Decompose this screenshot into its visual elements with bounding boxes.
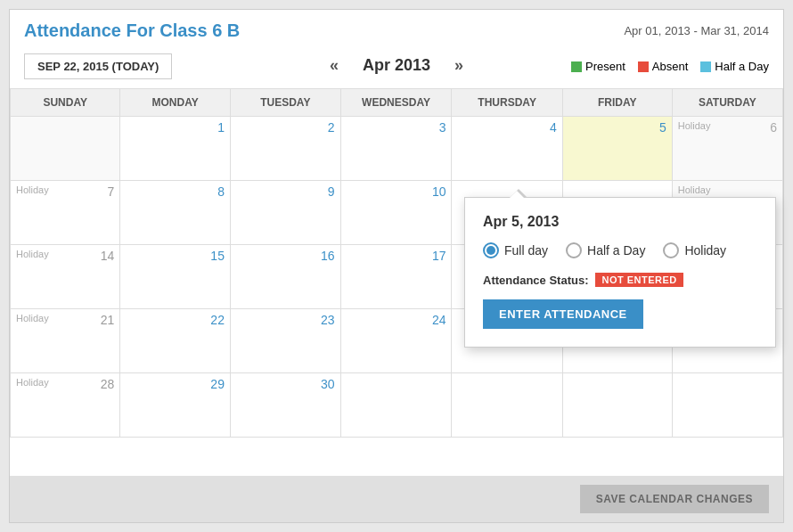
cell-8[interactable]: 8 [120,181,231,245]
half-a-day-label: Half a Day [587,243,645,258]
cell-3[interactable]: 3 [340,117,452,181]
cell-22[interactable]: 22 [120,309,231,373]
next-month-button[interactable]: » [454,56,463,75]
cell-7[interactable]: Holiday 7 [11,181,120,245]
cell-empty-1 [340,373,452,438]
month-label: Apr 2013 [347,56,446,75]
absent-label: Absent [652,60,688,73]
option-half-day[interactable]: Half a Day [566,242,645,258]
holiday-option-label: Holiday [684,243,726,258]
cell-6[interactable]: Holiday 6 [672,117,782,181]
cell-23[interactable]: 23 [230,309,340,373]
cell-empty-3 [562,373,672,438]
cell-15[interactable]: 15 [120,245,231,309]
col-wednesday: WEDNESDAY [340,89,452,117]
table-row: 1 2 3 4 5 Holiday 6 [11,117,783,181]
full-day-label: Full day [504,243,548,258]
col-friday: FRIDAY [562,89,672,117]
attendance-status-row: Attendance Status: NOT ENTERED [483,273,757,287]
status-badge: NOT ENTERED [595,273,683,287]
prev-month-button[interactable]: « [330,56,339,75]
table-row: Holiday 28 29 30 [11,373,783,438]
month-nav: « Apr 2013 » [330,56,463,75]
legend: Present Absent Half a Day [571,60,769,73]
cell-5[interactable]: 5 [562,117,672,181]
popup-arrow-inner [509,191,525,199]
bottom-bar: SAVE CALENDAR CHANGES [10,476,783,522]
cell-4[interactable]: 4 [452,117,562,181]
save-calendar-button[interactable]: SAVE CALENDAR CHANGES [580,485,769,513]
present-label: Present [585,60,625,73]
main-container: Attendance For Class 6 B Apr 01, 2013 - … [9,9,784,523]
col-saturday: SATURDAY [672,89,782,117]
cell-2[interactable]: 2 [230,117,340,181]
cell-14[interactable]: Holiday 14 [11,245,120,309]
cell-empty-2 [452,373,562,438]
legend-half-day: Half a Day [700,60,769,73]
radio-holiday[interactable] [663,242,679,258]
radio-full-day[interactable] [483,242,499,258]
calendar-header-row: SUNDAY MONDAY TUESDAY WEDNESDAY THURSDAY… [11,89,783,117]
present-dot [571,61,582,72]
cell-29[interactable]: 29 [120,373,231,438]
option-full-day[interactable]: Full day [483,242,548,258]
col-tuesday: TUESDAY [230,89,340,117]
popup-date: Apr 5, 2013 [483,214,757,230]
option-holiday[interactable]: Holiday [663,242,726,258]
cell-17[interactable]: 17 [340,245,452,309]
cell-empty [11,117,120,181]
half-day-label: Half a Day [715,60,769,73]
day-detail-popup: Apr 5, 2013 Full day Half a Day Holiday … [464,197,776,348]
header: Attendance For Class 6 B Apr 01, 2013 - … [10,10,783,48]
today-button[interactable]: SEP 22, 2015 (TODAY) [24,53,172,79]
cell-9[interactable]: 9 [230,181,340,245]
radio-half-day[interactable] [566,242,582,258]
date-range: Apr 01, 2013 - Mar 31, 2014 [624,24,769,37]
cell-30[interactable]: 30 [230,373,340,438]
cell-16[interactable]: 16 [230,245,340,309]
col-sunday: SUNDAY [11,89,120,117]
absent-dot [638,61,649,72]
cell-1[interactable]: 1 [120,117,231,181]
cell-21[interactable]: Holiday 21 [11,309,120,373]
col-thursday: THURSDAY [452,89,562,117]
cell-empty-4 [672,373,782,438]
cell-28[interactable]: Holiday 28 [11,373,120,438]
legend-absent: Absent [638,60,688,73]
col-monday: MONDAY [120,89,231,117]
half-day-dot [700,61,711,72]
cell-24[interactable]: 24 [340,309,452,373]
page-title: Attendance For Class 6 B [24,20,240,41]
legend-present: Present [571,60,625,73]
cell-10[interactable]: 10 [340,181,452,245]
toolbar: SEP 22, 2015 (TODAY) « Apr 2013 » Presen… [10,48,783,88]
status-label: Attendance Status: [483,274,588,287]
popup-options: Full day Half a Day Holiday [483,242,757,258]
enter-attendance-button[interactable]: ENTER ATTENDANCE [483,299,643,329]
